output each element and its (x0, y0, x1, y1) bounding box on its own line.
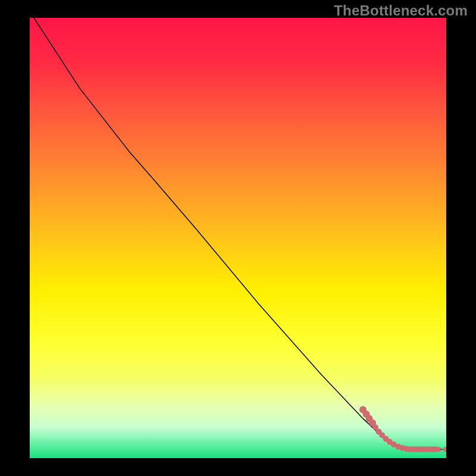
chart-frame: TheBottleneck.com (0, 0, 476, 476)
scatter-point (436, 447, 441, 452)
gradient-background (30, 18, 446, 458)
plot-area (30, 18, 446, 458)
chart-svg (30, 18, 446, 458)
watermark-text: TheBottleneck.com (334, 2, 468, 19)
